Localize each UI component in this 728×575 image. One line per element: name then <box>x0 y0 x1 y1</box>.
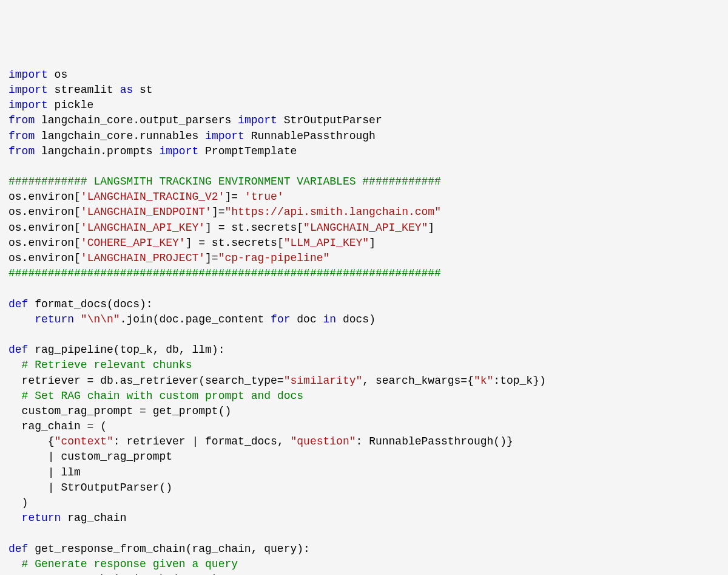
code-token-txt: rag_pipeline(top_k, db, llm): <box>28 344 224 356</box>
code-line <box>8 159 726 174</box>
code-token-kw: import <box>8 99 48 111</box>
code-token-txt: | llm <box>8 466 81 478</box>
code-token-kw: def <box>8 543 28 555</box>
code-line: os.environ['LANGCHAIN_PROJECT']="cp-rag-… <box>8 251 726 266</box>
code-token-txt <box>8 558 22 570</box>
code-token-str: 'LANGCHAIN_PROJECT' <box>81 252 205 264</box>
code-token-txt: ] = st.secrets[ <box>205 222 303 234</box>
code-line: return "\n\n".join(doc.page_content for … <box>8 312 726 327</box>
code-token-txt: get_response_from_chain(rag_chain, query… <box>28 543 309 555</box>
code-token-str: "question" <box>291 435 356 447</box>
code-token-kw: from <box>8 130 35 142</box>
code-token-txt: ]= <box>205 252 218 264</box>
code-token-txt: RunnablePassthrough <box>244 130 376 142</box>
code-line: # Generate response given a query <box>8 557 726 572</box>
code-token-kw: import <box>205 130 244 142</box>
code-token-txt <box>8 313 35 325</box>
code-line: os.environ['COHERE_API_KEY'] = st.secret… <box>8 236 726 251</box>
code-token-txt: os.environ[ <box>8 206 81 218</box>
code-line: def get_response_from_chain(rag_chain, q… <box>8 542 726 557</box>
code-token-txt <box>8 359 22 371</box>
code-line: def rag_pipeline(top_k, db, llm): <box>8 342 726 358</box>
code-token-com: # Generate response given a query <box>22 558 238 570</box>
code-line: # Retrieve relevant chunks <box>8 358 726 373</box>
code-line: from langchain.prompts import PromptTemp… <box>8 144 726 159</box>
code-token-txt: format_docs(docs): <box>28 298 152 310</box>
code-token-kw: as <box>120 84 133 96</box>
code-token-kw: def <box>8 298 28 310</box>
code-token-txt: ) <box>8 497 28 509</box>
code-token-kw: from <box>8 114 35 126</box>
code-token-kw: in <box>323 313 337 325</box>
code-token-kw: import <box>238 114 277 126</box>
code-token-str: "LANGCHAIN_API_KEY" <box>303 222 428 234</box>
code-token-kw: return <box>22 512 61 524</box>
code-token-txt: .join(doc.page_content <box>120 313 271 325</box>
code-token-txt: doc <box>291 313 323 325</box>
code-token-txt: retriever = db.as_retriever(search_type= <box>8 375 284 387</box>
code-line: import os <box>8 67 726 83</box>
code-token-txt: StrOutputParser <box>277 114 382 126</box>
code-line: {"context": retriever | format_docs, "qu… <box>8 434 726 449</box>
code-token-txt <box>74 313 81 325</box>
code-token-txt <box>8 390 22 402</box>
code-token-txt <box>8 512 22 524</box>
code-token-com: # Retrieve relevant chunks <box>22 359 192 371</box>
code-line: # Set RAG chain with custom prompt and d… <box>8 389 726 404</box>
code-token-txt: os <box>48 69 67 81</box>
code-token-kw: from <box>8 145 35 157</box>
code-line: | custom_rag_prompt <box>8 449 726 464</box>
code-token-txt: | StrOutputParser() <box>8 481 172 494</box>
code-line <box>8 281 726 296</box>
code-token-kw: for <box>271 313 290 325</box>
code-token-kw: import <box>8 69 48 81</box>
code-line: ) <box>8 495 726 511</box>
code-token-str: "similarity" <box>284 375 363 387</box>
code-token-txt: :top_k}) <box>493 375 545 387</box>
code-token-txt: custom_rag_prompt = get_prompt() <box>8 405 231 417</box>
code-token-str: "cp-rag-pipeline" <box>218 252 330 264</box>
code-token-txt: pickle <box>48 99 94 111</box>
code-token-txt: : retriever | format_docs, <box>113 435 291 447</box>
code-line: retriever = db.as_retriever(search_type=… <box>8 373 726 389</box>
code-token-str: "\n\n" <box>81 313 120 325</box>
code-token-str: 'true' <box>244 191 284 203</box>
code-token-txt: rag_chain = ( <box>8 420 107 432</box>
code-line: | llm <box>8 465 726 480</box>
code-token-com: # Set RAG chain with custom prompt and d… <box>22 390 303 402</box>
code-token-txt: os.environ[ <box>8 191 81 203</box>
code-token-txt: ]= <box>212 206 225 218</box>
code-token-kw: def <box>8 344 28 356</box>
code-line: ############ LANGSMITH TRACKING ENVIRONM… <box>8 174 726 189</box>
code-line: return rag_chain <box>8 511 726 526</box>
code-token-txt: langchain_core.runnables <box>35 130 205 142</box>
code-token-txt: : RunnablePassthrough()} <box>356 435 513 447</box>
code-token-kw: import <box>159 145 198 157</box>
code-token-txt: st <box>133 84 152 96</box>
code-token-str: "context" <box>55 435 113 447</box>
code-token-txt: langchain_core.output_parsers <box>35 114 238 126</box>
code-token-str: 'LANGCHAIN_TRACING_V2' <box>81 191 225 203</box>
code-token-str: 'LANGCHAIN_API_KEY' <box>81 222 205 234</box>
code-token-txt: ] <box>428 222 434 234</box>
code-token-str: 'LANGCHAIN_ENDPOINT' <box>81 206 212 218</box>
code-token-str: "k" <box>474 375 493 387</box>
code-line <box>8 526 726 541</box>
code-token-txt: os.environ[ <box>8 237 81 249</box>
code-line: | StrOutputParser() <box>8 480 726 495</box>
code-token-txt: ] = st.secrets[ <box>186 237 284 249</box>
code-token-txt: , search_kwargs={ <box>362 375 474 387</box>
code-line: rag_chain = ( <box>8 419 726 434</box>
code-token-com: ############ LANGSMITH TRACKING ENVIRONM… <box>8 175 441 188</box>
code-line: from langchain_core.output_parsers impor… <box>8 113 726 128</box>
code-token-txt: | custom_rag_prompt <box>8 451 172 463</box>
code-line: from langchain_core.runnables import Run… <box>8 129 726 144</box>
code-line: os.environ['LANGCHAIN_ENDPOINT']="https:… <box>8 205 726 220</box>
code-line: return rag_chain.invoke(query) <box>8 572 726 575</box>
code-line: ########################################… <box>8 266 726 281</box>
code-token-str: 'COHERE_API_KEY' <box>81 237 186 249</box>
code-block: import osimport streamlit as stimport pi… <box>8 67 726 575</box>
code-token-txt: ]= <box>224 191 244 203</box>
code-token-com: ########################################… <box>8 267 441 279</box>
code-line: os.environ['LANGCHAIN_TRACING_V2']= 'tru… <box>8 189 726 205</box>
